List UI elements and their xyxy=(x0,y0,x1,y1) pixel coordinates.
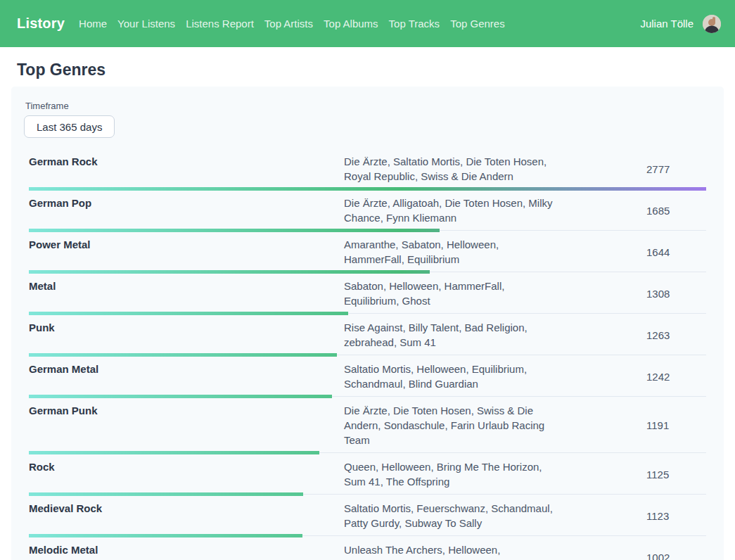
genre-artists: Saltatio Mortis, Feuerschwanz, Schandmau… xyxy=(344,501,562,530)
genre-row-grid: German Pop Die Ärzte, Alligatoah, Die To… xyxy=(29,191,706,229)
genre-count: 1123 xyxy=(562,509,706,523)
genre-bar xyxy=(29,451,319,454)
genre-row-grid: German Rock Die Ärzte, Saltatio Mortis, … xyxy=(29,149,706,187)
nav-item-home[interactable]: Home xyxy=(79,18,107,30)
genre-row-grid: Power Metal Amaranthe, Sabaton, Hellowee… xyxy=(29,232,706,270)
genre-bar xyxy=(29,187,706,191)
genre-bar xyxy=(29,534,302,537)
genre-bar-track xyxy=(29,229,706,232)
genre-bar-track xyxy=(29,187,706,191)
user-name: Julian Tölle xyxy=(640,18,694,30)
page-title: Top Genres xyxy=(17,61,718,79)
genre-name: Melodic Metal xyxy=(29,542,344,560)
genre-count: 1263 xyxy=(562,328,706,343)
nav-item-your-listens[interactable]: Your Listens xyxy=(117,18,175,30)
genre-artists: Rise Against, Billy Talent, Bad Religion… xyxy=(344,320,562,350)
genre-row: German Pop Die Ärzte, Alligatoah, Die To… xyxy=(29,191,706,232)
genre-artists: Unleash The Archers, Helloween, HammerFa… xyxy=(344,542,562,560)
genre-count: 1125 xyxy=(562,467,706,482)
genre-name: Medieval Rock xyxy=(29,501,344,530)
top-genres-card: Timeframe Last 365 days German Rock Die … xyxy=(11,87,724,560)
nav-item-top-albums[interactable]: Top Albums xyxy=(324,18,378,30)
genre-row: German Metal Saltatio Mortis, Helloween,… xyxy=(29,357,706,398)
nav-item-top-genres[interactable]: Top Genres xyxy=(450,18,505,30)
genre-row: Melodic Metal Unleash The Archers, Hello… xyxy=(29,537,706,560)
genre-bar xyxy=(29,492,303,496)
genre-artists: Die Ärzte, Saltatio Mortis, Die Toten Ho… xyxy=(344,154,562,184)
genre-bar-track xyxy=(29,312,706,315)
genre-bar-track xyxy=(29,492,706,496)
genre-row: Power Metal Amaranthe, Sabaton, Hellowee… xyxy=(29,232,706,274)
genre-bar-track xyxy=(29,395,706,398)
genre-bar-track xyxy=(29,451,706,454)
genre-bar xyxy=(29,270,430,274)
genre-bar xyxy=(29,353,337,357)
genre-row: Metal Sabaton, Helloween, HammerFall, Eq… xyxy=(29,274,706,315)
genre-row: German Punk Die Ärzte, Die Toten Hosen, … xyxy=(29,398,706,454)
genre-name: German Metal xyxy=(29,362,344,391)
nav-item-listens-report[interactable]: Listens Report xyxy=(186,18,254,30)
navbar: Listory HomeYour ListensListens ReportTo… xyxy=(0,0,735,47)
genre-count: 1242 xyxy=(562,369,706,384)
genre-list: German Rock Die Ärzte, Saltatio Mortis, … xyxy=(24,149,711,560)
genre-bar xyxy=(29,312,348,315)
genre-row: Rock Queen, Helloween, Bring Me The Hori… xyxy=(29,454,706,496)
timeframe-label: Timeframe xyxy=(25,101,711,111)
genre-count: 1191 xyxy=(562,418,706,433)
nav-item-top-artists[interactable]: Top Artists xyxy=(264,18,313,30)
genre-name: Power Metal xyxy=(29,237,344,267)
genre-row-grid: German Metal Saltatio Mortis, Helloween,… xyxy=(29,357,706,395)
timeframe-select[interactable]: Last 365 days xyxy=(24,115,115,138)
genre-bar-track xyxy=(29,534,706,537)
genre-name: German Rock xyxy=(29,154,344,184)
genre-row: German Rock Die Ärzte, Saltatio Mortis, … xyxy=(29,149,706,191)
genre-count: 2777 xyxy=(562,162,706,177)
genre-artists: Queen, Helloween, Bring Me The Horizon, … xyxy=(344,459,562,489)
genre-row: Medieval Rock Saltatio Mortis, Feuerschw… xyxy=(29,496,706,537)
genre-bar-track xyxy=(29,353,706,357)
genre-row-grid: German Punk Die Ärzte, Die Toten Hosen, … xyxy=(29,398,706,451)
genre-artists: Sabaton, Helloween, HammerFall, Equilibr… xyxy=(344,279,562,308)
genre-row-grid: Medieval Rock Saltatio Mortis, Feuerschw… xyxy=(29,496,706,534)
genre-name: Rock xyxy=(29,459,344,489)
timeframe-filter: Timeframe Last 365 days xyxy=(24,101,711,138)
genre-count: 1002 xyxy=(562,550,706,560)
user-avatar[interactable] xyxy=(703,15,721,33)
genre-row: Punk Rise Against, Billy Talent, Bad Rel… xyxy=(29,315,706,357)
user-menu[interactable]: Julian Tölle xyxy=(640,15,721,33)
brand-logo[interactable]: Listory xyxy=(17,15,65,32)
genre-count: 1685 xyxy=(562,203,706,218)
genre-count: 1308 xyxy=(562,286,706,301)
genre-name: Punk xyxy=(29,320,344,350)
genre-name: German Punk xyxy=(29,403,344,447)
genre-row-grid: Metal Sabaton, Helloween, HammerFall, Eq… xyxy=(29,274,706,312)
genre-artists: Saltatio Mortis, Helloween, Equilibrium,… xyxy=(344,362,562,391)
nav-item-top-tracks[interactable]: Top Tracks xyxy=(389,18,440,30)
main-nav: HomeYour ListensListens ReportTop Artist… xyxy=(79,18,505,30)
genre-name: Metal xyxy=(29,279,344,308)
genre-bar xyxy=(29,229,440,232)
genre-artists: Amaranthe, Sabaton, Helloween, HammerFal… xyxy=(344,237,562,267)
genre-name: German Pop xyxy=(29,196,344,225)
genre-artists: Die Ärzte, Alligatoah, Die Toten Hosen, … xyxy=(344,196,562,225)
genre-row-grid: Melodic Metal Unleash The Archers, Hello… xyxy=(29,537,706,560)
genre-row-grid: Rock Queen, Helloween, Bring Me The Hori… xyxy=(29,454,706,492)
genre-bar xyxy=(29,395,332,398)
genre-bar-track xyxy=(29,270,706,274)
genre-artists: Die Ärzte, Die Toten Hosen, Swiss & Die … xyxy=(344,403,562,447)
main-content: Top Genres Timeframe Last 365 days Germa… xyxy=(0,61,735,560)
genre-count: 1644 xyxy=(562,245,706,260)
genre-row-grid: Punk Rise Against, Billy Talent, Bad Rel… xyxy=(29,315,706,353)
avatar-photo xyxy=(703,15,721,33)
